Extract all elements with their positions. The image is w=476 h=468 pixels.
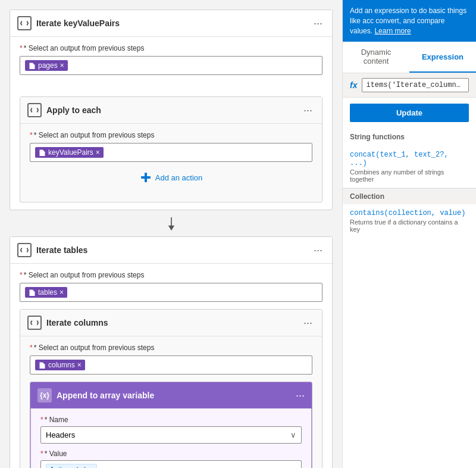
expression-bar: fx items('Iterate_columns')?['he xyxy=(343,73,476,98)
apply-each-label: ** Select an output from previous steps xyxy=(30,131,312,139)
columns-tag-close[interactable]: × xyxy=(77,361,82,369)
iterate-columns-more[interactable]: ··· xyxy=(301,317,315,328)
append-array-1-icon: {x} xyxy=(37,388,52,403)
panel-tabs: Dynamic content Expression xyxy=(343,42,476,73)
update-button[interactable]: Update xyxy=(350,104,469,122)
iterate-tables-icon xyxy=(17,243,32,257)
append-array-1-value-label: ** Value xyxy=(40,450,302,458)
tab-expression[interactable]: Expression xyxy=(409,42,476,73)
append-array-1-name-select[interactable]: Headers ∨ xyxy=(40,426,302,444)
iterate-columns-icon xyxy=(27,316,42,330)
iterate-columns-body: ** Select an output from previous steps … xyxy=(20,336,322,468)
iterate-keypairs-header: Iterate keyValuePairs ··· xyxy=(10,10,332,37)
arrow-between-1 xyxy=(10,217,333,232)
append-array-1-title: Append to array variable xyxy=(57,391,291,400)
apply-each-title: Apply to each xyxy=(46,105,296,115)
expression-input[interactable]: items('Iterate_columns')?['he xyxy=(362,78,469,92)
add-action-area: Add an action xyxy=(30,162,312,195)
iterate-columns-header: Iterate columns ··· xyxy=(20,310,322,336)
iterate-columns-title: Iterate columns xyxy=(46,318,296,327)
iterate-keypairs-body: ** Select an output from previous steps … xyxy=(10,37,332,82)
right-panel: Add an expression to do basic things lik… xyxy=(342,0,476,468)
apply-each-icon xyxy=(27,103,42,117)
append-array-1-body: ** Name Headers ∨ ** Value xyxy=(30,408,312,468)
pages-tag: pages × xyxy=(25,60,68,71)
tab-dynamic-content[interactable]: Dynamic content xyxy=(343,42,409,73)
append-array-1-header: {x} Append to array variable ··· xyxy=(30,382,312,408)
panel-info-banner: Add an expression to do basic things lik… xyxy=(343,0,476,42)
fx-icon-1: fx xyxy=(50,466,57,468)
apply-each-more[interactable]: ··· xyxy=(301,105,315,116)
iterate-keypairs-title: Iterate keyValuePairs xyxy=(36,18,306,28)
apply-each-body: ** Select an output from previous steps … xyxy=(20,124,322,202)
apply-each-card: Apply to each ··· ** Select an output fr… xyxy=(20,96,322,202)
function-concat[interactable]: concat(text_1, text_2?, ...) Combines an… xyxy=(343,146,476,188)
iterate-tables-input[interactable]: tables × xyxy=(20,283,322,302)
columns-tag: columns × xyxy=(35,360,85,370)
concat-name: concat(text_1, text_2?, ...) xyxy=(350,151,469,167)
kvpairs-tag-close[interactable]: × xyxy=(96,149,100,156)
append-array-1-fx-tag: fx items(...) × xyxy=(46,464,97,468)
string-functions-title: String functions xyxy=(343,128,476,146)
add-action-icon xyxy=(140,171,152,183)
iterate-columns-input[interactable]: columns × xyxy=(30,355,312,375)
apply-each-input[interactable]: keyValuePairs × xyxy=(30,143,312,162)
append-array-1-name-label: ** Name xyxy=(40,416,302,424)
contains-desc: Returns true if a dictionary contains a … xyxy=(350,219,469,233)
iterate-keypairs-icon xyxy=(17,16,32,30)
tables-tag: tables × xyxy=(25,287,67,298)
iterate-keypairs-label: ** Select an output from previous steps xyxy=(20,44,322,52)
svg-marker-3 xyxy=(168,226,174,231)
append-array-1-card: {x} Append to array variable ··· ** Name… xyxy=(30,382,312,468)
apply-each-container: Apply to each ··· ** Select an output fr… xyxy=(10,82,332,210)
append-array-1-value-input[interactable]: fx items(...) × xyxy=(40,460,302,468)
concat-desc: Combines any number of strings together xyxy=(350,169,469,183)
function-contains[interactable]: contains(collection, value) Returns true… xyxy=(343,204,476,238)
iterate-tables-label: ** Select an output from previous steps xyxy=(20,271,322,279)
name-select-arrow: ∨ xyxy=(290,430,296,439)
contains-name: contains(collection, value) xyxy=(350,209,469,217)
iterate-tables-body: ** Select an output from previous steps … xyxy=(10,264,332,468)
iterate-columns-card: Iterate columns ··· ** Select an output … xyxy=(20,309,322,468)
iterate-tables-more[interactable]: ··· xyxy=(311,245,325,255)
pages-tag-close[interactable]: × xyxy=(60,62,64,69)
append-array-1-more[interactable]: ··· xyxy=(296,389,305,402)
learn-more-link[interactable]: Learn more xyxy=(374,27,411,35)
svg-rect-1 xyxy=(145,173,147,182)
tables-tag-close[interactable]: × xyxy=(60,289,64,296)
collection-title: Collection xyxy=(343,188,476,204)
add-action-button[interactable]: Add an action xyxy=(140,171,203,183)
iterate-keypairs-more[interactable]: ··· xyxy=(311,18,325,29)
append-array-1-name-row: ** Name Headers ∨ xyxy=(40,416,302,444)
iterate-keypairs-card: Iterate keyValuePairs ··· ** Select an o… xyxy=(10,10,333,210)
kvpairs-tag: keyValuePairs × xyxy=(35,147,104,158)
iterate-tables-card: Iterate tables ··· ** Select an output f… xyxy=(10,236,333,468)
expression-fx-label: fx xyxy=(350,80,357,90)
iterate-tables-header: Iterate tables ··· xyxy=(10,237,332,264)
apply-each-header: Apply to each ··· xyxy=(20,97,322,124)
iterate-tables-title: Iterate tables xyxy=(36,245,306,255)
iterate-columns-label: ** Select an output from previous steps xyxy=(30,344,312,352)
append-array-1-value-row: ** Value fx items(...) × xyxy=(40,450,302,468)
iterate-keypairs-input[interactable]: pages × xyxy=(20,56,322,75)
